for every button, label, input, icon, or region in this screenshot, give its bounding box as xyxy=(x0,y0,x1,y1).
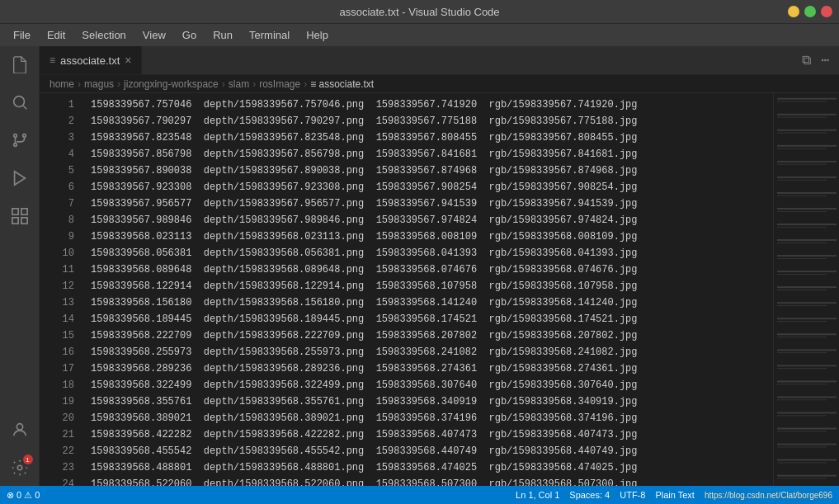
menu-help[interactable]: Help xyxy=(299,26,335,44)
code-line: 1598339568.355761 depth/1598339568.35576… xyxy=(91,393,773,410)
run-debug-icon[interactable] xyxy=(8,167,31,190)
status-bar: ⊗ 0 ⚠ 0 Ln 1, Col 1 Spaces: 4 UTF-8 Plai… xyxy=(0,486,839,504)
extensions-icon[interactable] xyxy=(8,205,31,228)
code-line: 1598339568.122914 depth/1598339568.12291… xyxy=(91,278,773,294)
editor-area: ≡ associate.txt × ⧉ ⋯ home › magus › jiz… xyxy=(40,46,839,486)
line-number: 23 xyxy=(40,459,74,476)
code-line: 1598339567.790297 depth/1598339567.79029… xyxy=(91,113,773,130)
code-line: 1598339567.856798 depth/1598339567.85679… xyxy=(91,146,773,163)
code-line: 1598339568.289236 depth/1598339568.28923… xyxy=(91,360,773,377)
code-content[interactable]: 1598339567.757046 depth/1598339567.75704… xyxy=(81,93,773,486)
breadcrumb-rosimage[interactable]: rosImage xyxy=(259,78,300,90)
active-tab[interactable]: ≡ associate.txt × xyxy=(40,46,142,74)
settings-badge: 1 xyxy=(23,455,33,464)
menu-terminal[interactable]: Terminal xyxy=(243,26,296,44)
minimap xyxy=(773,93,839,486)
status-notification[interactable]: https://blog.csdn.net/Clat/borge696 xyxy=(705,491,832,500)
line-number: 21 xyxy=(40,426,74,443)
svg-rect-7 xyxy=(21,209,26,214)
split-editor-button[interactable]: ⧉ xyxy=(799,51,814,70)
line-number: 5 xyxy=(40,163,74,179)
svg-point-3 xyxy=(13,134,16,138)
code-line: 1598339568.222709 depth/1598339568.22270… xyxy=(91,327,773,344)
breadcrumb-magus[interactable]: magus xyxy=(84,78,114,90)
line-number: 7 xyxy=(40,195,74,212)
code-line: 1598339568.389021 depth/1598339568.38902… xyxy=(91,410,773,426)
line-number: 10 xyxy=(40,245,74,261)
line-number: 24 xyxy=(40,476,74,486)
settings-icon[interactable]: 1 xyxy=(8,456,31,479)
breadcrumb-slam[interactable]: slam xyxy=(229,78,249,90)
svg-point-0 xyxy=(13,97,24,107)
line-number: 13 xyxy=(40,294,74,311)
window-controls xyxy=(788,6,832,17)
line-number: 6 xyxy=(40,179,74,195)
menu-edit[interactable]: Edit xyxy=(40,26,72,44)
code-line: 1598339568.023113 depth/1598339568.02311… xyxy=(91,228,773,245)
code-line: 1598339568.089648 depth/1598339568.08964… xyxy=(91,261,773,278)
activity-bar: 1 xyxy=(0,46,40,486)
minimize-button[interactable] xyxy=(788,6,799,17)
code-line: 1598339568.189445 depth/1598339568.18944… xyxy=(91,311,773,327)
status-spaces[interactable]: Spaces: 4 xyxy=(569,490,610,500)
search-icon[interactable] xyxy=(8,91,31,114)
svg-marker-5 xyxy=(14,172,25,186)
svg-point-10 xyxy=(16,424,22,430)
code-line: 1598339567.757046 depth/1598339567.75704… xyxy=(91,97,773,113)
svg-rect-9 xyxy=(21,218,26,224)
status-encoding[interactable]: UTF-8 xyxy=(620,490,645,500)
tab-bar: ≡ associate.txt × ⧉ ⋯ xyxy=(40,46,839,75)
line-number: 17 xyxy=(40,360,74,377)
svg-point-4 xyxy=(22,134,26,138)
breadcrumb-workspace[interactable]: jizongxing-workspace xyxy=(124,78,219,90)
svg-rect-8 xyxy=(12,218,17,224)
code-line: 1598339568.522060 depth/1598339568.52206… xyxy=(91,476,773,486)
minimap-rendered xyxy=(774,93,839,486)
line-number: 14 xyxy=(40,311,74,327)
status-errors[interactable]: ⊗ 0 ⚠ 0 xyxy=(7,490,40,501)
account-icon[interactable] xyxy=(8,418,31,441)
tab-file-icon: ≡ xyxy=(49,54,55,66)
close-button[interactable] xyxy=(821,6,832,17)
status-left: ⊗ 0 ⚠ 0 xyxy=(7,490,40,501)
code-line: 1598339567.923308 depth/1598339567.92330… xyxy=(91,179,773,195)
line-number: 20 xyxy=(40,410,74,426)
maximize-button[interactable] xyxy=(804,6,816,17)
code-line: 1598339567.956577 depth/1598339567.95657… xyxy=(91,195,773,212)
status-position[interactable]: Ln 1, Col 1 xyxy=(516,490,559,500)
code-line: 1598339568.255973 depth/1598339568.25597… xyxy=(91,344,773,360)
menu-bar: File Edit Selection View Go Run Terminal… xyxy=(0,23,839,46)
source-control-icon[interactable] xyxy=(8,129,31,152)
line-number: 19 xyxy=(40,393,74,410)
breadcrumb-home[interactable]: home xyxy=(49,78,74,90)
menu-file[interactable]: File xyxy=(7,26,37,44)
svg-point-11 xyxy=(17,465,22,470)
line-number: 11 xyxy=(40,261,74,278)
main-area: 1 ≡ associate.txt × ⧉ ⋯ home › magus › j… xyxy=(0,46,839,486)
line-number: 22 xyxy=(40,443,74,459)
line-number: 18 xyxy=(40,377,74,393)
tab-close-button[interactable]: × xyxy=(125,54,131,67)
breadcrumb-file[interactable]: ≡ associate.txt xyxy=(310,78,374,90)
menu-selection[interactable]: Selection xyxy=(75,26,132,44)
title-bar: associate.txt - Visual Studio Code xyxy=(0,0,839,23)
line-number: 1 xyxy=(40,97,74,113)
code-line: 1598339568.422282 depth/1598339568.42228… xyxy=(91,426,773,443)
files-icon[interactable] xyxy=(8,53,31,76)
code-line: 1598339568.322499 depth/1598339568.32249… xyxy=(91,377,773,393)
tab-actions: ⧉ ⋯ xyxy=(799,46,839,74)
svg-point-2 xyxy=(13,144,16,147)
code-line: 1598339567.890038 depth/1598339567.89003… xyxy=(91,163,773,179)
code-line: 1598339567.823548 depth/1598339567.82354… xyxy=(91,130,773,146)
menu-view[interactable]: View xyxy=(136,26,172,44)
menu-go[interactable]: Go xyxy=(176,26,203,44)
status-file-type[interactable]: Plain Text xyxy=(655,490,695,500)
status-right: Ln 1, Col 1 Spaces: 4 UTF-8 Plain Text h… xyxy=(516,490,832,500)
menu-run[interactable]: Run xyxy=(206,26,239,44)
line-number: 16 xyxy=(40,344,74,360)
line-number: 3 xyxy=(40,130,74,146)
code-editor: 1234567891011121314151617181920212223242… xyxy=(40,93,839,486)
line-number: 9 xyxy=(40,228,74,245)
more-actions-button[interactable]: ⋯ xyxy=(818,50,832,70)
tab-name: associate.txt xyxy=(60,54,120,67)
